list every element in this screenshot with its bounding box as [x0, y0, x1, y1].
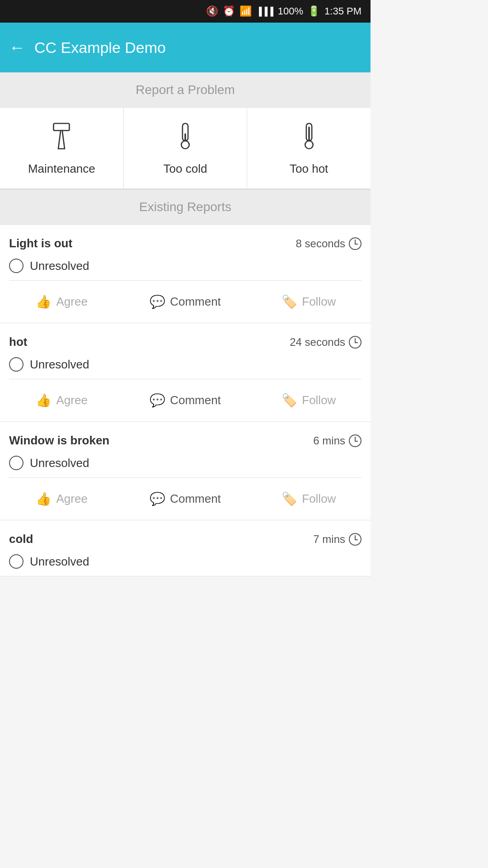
report-item-1: Light is out 8 seconds Unresolved 👍 Agre…: [0, 225, 371, 323]
report-3-header: Window is broken 6 mins: [0, 422, 371, 451]
report-2-status-label: Unresolved: [30, 358, 89, 372]
report-1-title: Light is out: [9, 236, 72, 250]
clock-icon-4: [349, 533, 361, 546]
comment-icon-3: 💬: [150, 491, 165, 506]
mute-icon: 🔇: [206, 5, 218, 17]
svg-line-2: [62, 131, 65, 149]
svg-point-5: [181, 141, 189, 149]
status-time: 1:35 PM: [324, 5, 361, 17]
too-cold-label: Too cold: [164, 162, 207, 176]
report-item-3: Window is broken 6 mins Unresolved 👍 Agr…: [0, 422, 371, 520]
comment-icon-1: 💬: [150, 294, 165, 309]
flag-icon-2: 🏷️: [282, 393, 297, 408]
status-bar: 🔇 ⏰ 📶 ▐▐▐ 100% 🔋 1:35 PM: [0, 0, 371, 23]
thermometer-hot-icon: [298, 120, 320, 156]
report-2-radio[interactable]: [9, 357, 23, 372]
comment-label-3: Comment: [170, 492, 221, 506]
svg-line-1: [58, 131, 61, 149]
report-1-header: Light is out 8 seconds: [0, 225, 371, 254]
report-1-time-container: 8 seconds: [296, 237, 361, 250]
thumbs-up-icon-1: 👍: [36, 294, 52, 309]
report-btn-too-cold[interactable]: Too cold: [124, 108, 248, 189]
battery-icon: 🔋: [308, 5, 320, 17]
maintenance-label: Maintenance: [28, 162, 95, 176]
report-1-actions: 👍 Agree 💬 Comment 🏷️ Follow: [0, 281, 371, 323]
thumbs-up-icon-2: 👍: [36, 393, 52, 408]
report-4-time-container: 7 mins: [313, 533, 361, 546]
comment-button-2[interactable]: 💬 Comment: [123, 387, 247, 414]
report-4-title: cold: [9, 532, 33, 546]
comment-button-3[interactable]: 💬 Comment: [123, 485, 247, 513]
report-1-radio[interactable]: [9, 259, 23, 273]
agree-label-3: Agree: [56, 492, 87, 506]
flag-icon-3: 🏷️: [282, 491, 297, 506]
report-1-status-label: Unresolved: [30, 259, 89, 273]
follow-label-2: Follow: [302, 393, 336, 407]
thermometer-cold-icon: [174, 120, 197, 156]
report-4-status-label: Unresolved: [30, 555, 89, 569]
report-4-header: cold 7 mins: [0, 520, 371, 550]
follow-button-3[interactable]: 🏷️ Follow: [247, 485, 371, 513]
report-1-time-text: 8 seconds: [296, 237, 345, 250]
report-1-status: Unresolved: [0, 254, 371, 280]
wifi-icon: 📶: [239, 5, 252, 17]
battery-text: 100%: [278, 5, 303, 17]
thumbs-up-icon-3: 👍: [36, 491, 52, 506]
report-4-status: Unresolved: [0, 550, 371, 576]
agree-button-1[interactable]: 👍 Agree: [0, 288, 123, 316]
agree-label-1: Agree: [56, 295, 87, 309]
follow-button-1[interactable]: 🏷️ Follow: [247, 288, 371, 316]
report-3-actions: 👍 Agree 💬 Comment 🏷️ Follow: [0, 478, 371, 520]
hammer-icon: [48, 120, 75, 156]
report-2-actions: 👍 Agree 💬 Comment 🏷️ Follow: [0, 379, 371, 421]
agree-label-2: Agree: [56, 393, 87, 407]
comment-button-1[interactable]: 💬 Comment: [123, 288, 247, 316]
report-item-4: cold 7 mins Unresolved: [0, 520, 371, 576]
report-3-status: Unresolved: [0, 451, 371, 477]
signal-icon: ▐▐▐: [256, 7, 273, 16]
reports-list: Light is out 8 seconds Unresolved 👍 Agre…: [0, 225, 371, 576]
report-4-radio[interactable]: [9, 554, 23, 569]
page-title: CC Example Demo: [34, 39, 166, 57]
report-2-time-container: 24 seconds: [290, 336, 361, 349]
report-3-status-label: Unresolved: [30, 456, 89, 470]
report-2-header: hot 24 seconds: [0, 323, 371, 353]
report-btn-too-hot[interactable]: Too hot: [247, 108, 371, 189]
clock-icon-3: [349, 434, 361, 447]
comment-label-2: Comment: [170, 393, 221, 407]
report-3-time-container: 6 mins: [313, 434, 361, 447]
report-buttons-container: Maintenance Too cold: [0, 108, 371, 189]
flag-icon-1: 🏷️: [282, 294, 297, 309]
clock-icon-2: [349, 336, 361, 349]
comment-label-1: Comment: [170, 295, 221, 309]
report-2-title: hot: [9, 335, 27, 349]
existing-reports-header: Existing Reports: [0, 189, 371, 225]
report-3-radio[interactable]: [9, 456, 23, 470]
report-item-2: hot 24 seconds Unresolved 👍 Agree 💬 Comm…: [0, 323, 371, 422]
report-problem-header: Report a Problem: [0, 72, 371, 108]
report-2-status: Unresolved: [0, 353, 371, 379]
svg-rect-0: [54, 123, 70, 131]
agree-button-3[interactable]: 👍 Agree: [0, 485, 123, 513]
svg-point-8: [305, 141, 313, 149]
follow-label-3: Follow: [302, 492, 336, 506]
back-button[interactable]: ←: [9, 38, 25, 57]
comment-icon-2: 💬: [150, 393, 165, 408]
report-3-title: Window is broken: [9, 434, 109, 448]
follow-button-2[interactable]: 🏷️ Follow: [247, 387, 371, 414]
agree-button-2[interactable]: 👍 Agree: [0, 387, 123, 414]
alarm-icon: ⏰: [223, 5, 235, 17]
header: ← CC Example Demo: [0, 23, 371, 72]
report-4-time-text: 7 mins: [313, 533, 345, 546]
report-3-time-text: 6 mins: [313, 434, 345, 447]
clock-icon-1: [349, 237, 361, 250]
report-2-time-text: 24 seconds: [290, 336, 345, 349]
report-btn-maintenance[interactable]: Maintenance: [0, 108, 124, 189]
follow-label-1: Follow: [302, 295, 336, 309]
too-hot-label: Too hot: [290, 162, 328, 176]
